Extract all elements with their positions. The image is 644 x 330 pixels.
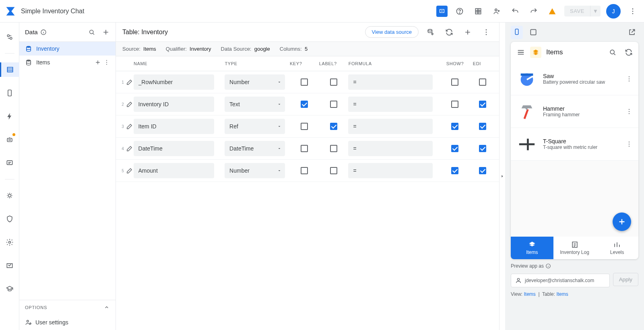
search-icon[interactable] — [88, 29, 95, 36]
footer-table-link[interactable]: Items — [556, 291, 568, 297]
formula-input[interactable] — [348, 74, 433, 90]
column-type-select[interactable]: Text — [225, 97, 285, 112]
rail-chat-icon[interactable] — [2, 156, 17, 170]
grid-icon[interactable] — [472, 5, 485, 18]
column-name-input[interactable] — [134, 163, 214, 178]
checkbox[interactable] — [330, 145, 337, 152]
add-user-icon[interactable] — [490, 5, 503, 18]
rail-security-icon[interactable] — [2, 212, 17, 226]
avatar[interactable]: J — [606, 4, 621, 19]
column-type-select[interactable]: Number — [225, 163, 285, 178]
edit-icon[interactable] — [126, 145, 134, 152]
rail-settings-icon[interactable] — [2, 235, 17, 250]
fab-add-button[interactable] — [613, 212, 631, 231]
view-data-source-button[interactable]: View data source — [365, 26, 419, 38]
checkbox[interactable] — [330, 101, 337, 108]
preview-list-item[interactable]: SawBattery powered circular saw — [511, 63, 638, 95]
more-vert-icon[interactable] — [625, 140, 633, 148]
formula-input[interactable] — [348, 97, 433, 112]
checkbox[interactable] — [301, 145, 308, 152]
chevron-down-icon — [277, 124, 282, 129]
more-vert-icon[interactable] — [480, 26, 493, 39]
apply-button[interactable]: Apply — [613, 273, 638, 286]
table-item-items[interactable]: Items — [19, 56, 116, 69]
redo-icon[interactable] — [527, 5, 540, 18]
edit-icon[interactable] — [126, 123, 134, 130]
checkbox[interactable] — [451, 78, 458, 86]
column-type-select[interactable]: Ref — [225, 119, 285, 134]
device-mobile-icon[interactable] — [511, 26, 523, 39]
column-name-input[interactable] — [134, 141, 214, 156]
preview-as-email[interactable]: jdeveloper@christianschalk.com — [511, 274, 610, 287]
preview-tab[interactable]: Items — [511, 237, 553, 259]
info-icon[interactable] — [40, 29, 47, 35]
formula-input[interactable] — [348, 119, 433, 134]
checkbox[interactable] — [451, 123, 458, 130]
column-type-select[interactable]: Number — [225, 74, 285, 90]
menu-icon[interactable] — [516, 48, 525, 57]
column-name-input[interactable] — [134, 97, 214, 112]
checkbox[interactable] — [479, 145, 486, 152]
edit-icon[interactable] — [126, 101, 134, 108]
column-type-select[interactable]: DateTime — [225, 141, 285, 156]
checkbox[interactable] — [451, 145, 458, 152]
save-dropdown[interactable]: ▼ — [590, 6, 601, 16]
checkbox[interactable] — [301, 167, 308, 174]
present-icon[interactable] — [436, 6, 448, 17]
checkbox[interactable] — [479, 167, 486, 174]
checkbox[interactable] — [451, 101, 458, 108]
rail-intelligence-icon[interactable] — [2, 188, 17, 203]
rail-learn-icon[interactable] — [2, 282, 17, 296]
rail-views-icon[interactable] — [2, 86, 17, 100]
add-table-icon[interactable] — [102, 28, 110, 36]
options-header[interactable]: OPTIONS — [19, 300, 116, 315]
checkbox[interactable] — [330, 78, 337, 86]
checkbox[interactable] — [301, 101, 308, 108]
preview-list-item[interactable]: HammerFraming hammer — [511, 95, 638, 128]
column-name-input[interactable] — [134, 74, 214, 90]
formula-input[interactable] — [348, 141, 433, 156]
collapse-preview-handle[interactable] — [500, 23, 505, 330]
undo-icon[interactable] — [509, 5, 522, 18]
more-vert-icon[interactable] — [103, 59, 110, 66]
more-vert-icon[interactable] — [625, 108, 633, 115]
option-user-settings[interactable]: User settings — [19, 315, 116, 330]
schema-settings-icon[interactable] — [424, 26, 437, 39]
open-external-icon[interactable] — [625, 26, 638, 39]
table-item-inventory[interactable]: Inventory — [19, 42, 116, 56]
more-vert-icon[interactable] — [626, 5, 639, 18]
rail-manage-icon[interactable] — [2, 258, 17, 273]
column-name-input[interactable] — [134, 119, 214, 134]
help-icon[interactable] — [453, 5, 466, 18]
edit-icon[interactable] — [126, 167, 134, 174]
preview-tab[interactable]: Inventory Log — [553, 237, 596, 259]
checkbox[interactable] — [330, 167, 337, 174]
warning-icon[interactable] — [546, 5, 559, 18]
device-tablet-icon[interactable] — [527, 26, 540, 39]
preview-tab[interactable]: Levels — [596, 237, 638, 259]
add-icon[interactable] — [95, 59, 101, 66]
refresh-icon[interactable] — [443, 26, 456, 39]
more-vert-icon[interactable] — [625, 75, 633, 82]
checkbox[interactable] — [451, 167, 458, 174]
checkbox[interactable] — [479, 78, 486, 86]
preview-list-item[interactable]: T-SquareT-square with metric ruler — [511, 128, 638, 161]
add-column-icon[interactable] — [461, 26, 474, 39]
checkbox[interactable] — [301, 123, 308, 130]
rail-home-icon[interactable] — [2, 30, 17, 44]
checkbox[interactable] — [301, 78, 308, 86]
save-button[interactable]: SAVE — [564, 6, 590, 16]
edit-icon[interactable] — [126, 78, 134, 86]
svg-point-14 — [8, 140, 9, 140]
rail-actions-icon[interactable] — [2, 109, 17, 124]
sync-icon[interactable] — [625, 48, 633, 56]
footer-view-link[interactable]: Items — [524, 291, 535, 297]
checkbox[interactable] — [479, 123, 486, 130]
rail-automation-icon[interactable] — [2, 132, 17, 147]
checkbox[interactable] — [479, 101, 486, 108]
checkbox[interactable] — [330, 123, 337, 130]
search-icon[interactable] — [609, 48, 617, 56]
rail-data-icon[interactable] — [0, 62, 19, 77]
info-icon[interactable] — [545, 263, 551, 269]
formula-input[interactable] — [348, 163, 433, 178]
